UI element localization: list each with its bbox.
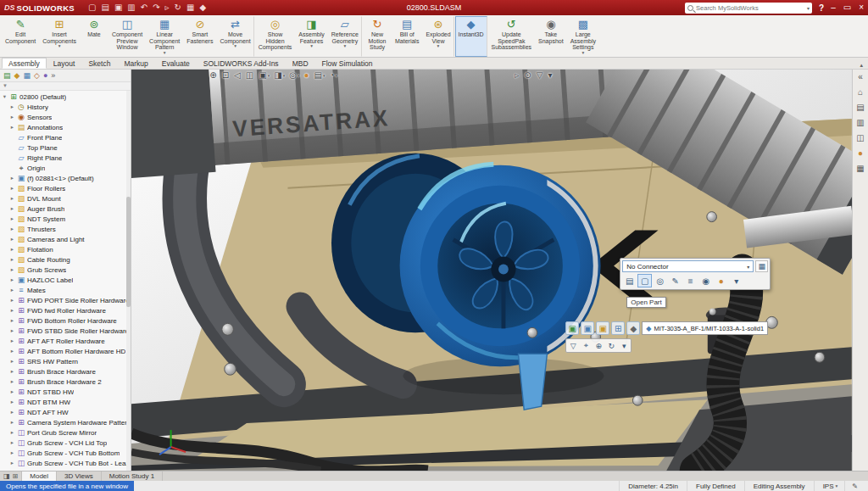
tree-item[interactable]: ▸ ▧ NDT System xyxy=(0,214,131,224)
expand-arrow-icon[interactable]: ▸ xyxy=(9,205,15,212)
open-part-icon[interactable]: ▢ xyxy=(637,274,652,287)
tree-item[interactable]: ▸ ▧ Cameras and Light xyxy=(0,234,131,244)
tree-item[interactable]: ▸ ⊞ SRS HW Pattern xyxy=(0,356,131,366)
help-icon[interactable]: ? xyxy=(819,3,824,13)
expand-arrow-icon[interactable]: ▸ xyxy=(9,307,15,314)
zoom-fit-icon[interactable]: ⊕ xyxy=(209,70,217,81)
expand-arrow-icon[interactable]: ▸ xyxy=(9,460,15,466)
rebuild-icon[interactable]: ↻ xyxy=(175,3,181,12)
tree-filter-bar[interactable]: ▼ xyxy=(0,82,131,91)
ribbon-button[interactable]: ⊘ Smart Fasteners xyxy=(183,16,216,57)
rotate-view-icon[interactable]: ↻ xyxy=(605,340,617,351)
status-dropdown-icon[interactable]: ▾ xyxy=(836,483,838,488)
command-tab[interactable]: SOLIDWORKS Add-Ins xyxy=(197,58,286,69)
tree-item[interactable]: ▸ ◫ Port Grub Screw Mirror xyxy=(0,427,131,438)
expand-arrow-icon[interactable]: ▸ xyxy=(9,226,15,232)
expand-arrow-icon[interactable]: ▸ xyxy=(9,429,15,436)
expand-arrow-icon[interactable]: ▸ xyxy=(9,449,15,456)
expand-arrow-icon[interactable]: ▸ xyxy=(9,114,15,120)
pin-panel-icon[interactable]: ▦ xyxy=(755,260,768,272)
tree-item[interactable]: ▸ ▧ Auger Brush xyxy=(0,204,131,214)
command-tab[interactable]: Assembly xyxy=(2,58,47,69)
ribbon-button[interactable]: ◉ Take Snapshot xyxy=(535,16,567,57)
apply-scene-icon[interactable]: ▤ ▾ xyxy=(314,70,325,81)
expand-arrow-icon[interactable]: ▸ xyxy=(9,246,15,253)
tree-item[interactable]: ▸ ▧ DVL Mount xyxy=(0,193,131,204)
tree-item[interactable]: ▸ ▧ Floor Rollers xyxy=(0,183,131,193)
tree-tabs-overflow-icon[interactable]: » xyxy=(51,72,55,80)
tree-item[interactable]: ▸ ⊞ Brush Brace Hardware 2 xyxy=(0,377,131,387)
redo-icon[interactable]: ↷ xyxy=(153,3,159,12)
ribbon-button[interactable]: ▩ Large Assembly Settings ▾ xyxy=(567,16,599,57)
command-tab[interactable]: Sketch xyxy=(81,58,117,69)
expand-arrow-icon[interactable]: ▸ xyxy=(9,215,15,222)
tree-item[interactable]: ▸ ◫ Grub Screw - VCH Tub Bottom xyxy=(0,448,131,458)
ribbon-button[interactable]: ▦ Linear Component Pattern ▾ xyxy=(146,16,183,57)
expand-arrow-icon[interactable]: ▸ xyxy=(9,338,15,344)
propertymanager-icon[interactable]: ◆ xyxy=(14,72,20,80)
minimize-button[interactable]: – xyxy=(831,3,836,12)
scrollbar-thumb[interactable] xyxy=(126,197,131,307)
tree-item[interactable]: ▱ Right Plane xyxy=(0,153,131,163)
tree-item[interactable]: ▸ ▤ Annotations xyxy=(0,122,131,132)
sheet-icon[interactable]: ◨ xyxy=(3,472,10,480)
tree-item[interactable]: ▱ Top Plane xyxy=(0,142,131,153)
mate-icon[interactable]: ≡ xyxy=(683,274,698,287)
ribbon-button[interactable]: ◆ Instant3D xyxy=(455,16,487,57)
command-tab[interactable]: Markup xyxy=(117,58,154,69)
tree-item[interactable]: ▸ ⊞ NDT STBD HW xyxy=(0,387,131,397)
displaymanager-icon[interactable]: ● xyxy=(43,72,47,80)
view-settings-icon[interactable]: ◔ ▾ xyxy=(329,70,337,81)
file-explorer-icon[interactable]: ▥ xyxy=(856,118,864,127)
hud-more-icon[interactable]: ▾ xyxy=(548,70,553,81)
home-icon[interactable]: ⌂ xyxy=(858,87,863,97)
connector-dropdown[interactable]: No Connector ▾ xyxy=(622,260,754,272)
tree-scrollbar[interactable] xyxy=(126,91,131,471)
selection-filter-icon[interactable]: ▽ xyxy=(567,340,579,351)
expand-arrow-icon[interactable]: ▸ xyxy=(9,348,15,354)
edit-appearance-icon[interactable]: ● xyxy=(303,70,309,81)
ribbon-button[interactable]: ⊛ Exploded View ▾ xyxy=(422,16,453,57)
document-tab[interactable]: Motion Study 1 xyxy=(102,471,163,481)
appearances-icon[interactable]: ● xyxy=(858,148,863,158)
part-breadcrumb-icon[interactable]: ▣ xyxy=(596,321,609,335)
more-options-icon[interactable]: ▾ xyxy=(729,274,743,287)
tree-item[interactable]: ⌖ Origin xyxy=(0,163,131,173)
tree-item[interactable]: ▾ ⊞ 02800 (Default) xyxy=(0,92,131,102)
view-orientation-icon[interactable]: ▣ ▾ xyxy=(259,70,270,81)
tree-item[interactable]: ▸ ⊞ NDT BTM HW xyxy=(0,397,131,407)
ribbon-button[interactable]: ⇄ Move Component ▾ xyxy=(216,16,253,57)
expand-arrow-icon[interactable]: ▸ xyxy=(9,256,15,263)
ribbon-button[interactable]: ◎ Show Hidden Components xyxy=(255,16,296,57)
tree-item[interactable]: ▸ ⊞ FWD fwd Roller Hardware xyxy=(0,305,131,315)
drum-end-housing[interactable] xyxy=(131,70,216,179)
magnify-selection-icon[interactable]: ⊙ xyxy=(524,70,531,81)
expand-arrow-icon[interactable]: ▸ xyxy=(9,409,15,416)
measure-icon[interactable]: ⌖ xyxy=(580,340,592,351)
selection-filter-icon[interactable]: ▽ xyxy=(537,70,544,81)
hide-show-items-icon[interactable]: ◎ ▾ xyxy=(289,70,299,81)
tree-item[interactable]: ▱ Front Plane xyxy=(0,132,131,142)
tree-item[interactable]: ▸ ▧ Flotation xyxy=(0,244,131,254)
tree-item[interactable]: ▸ ◫ Grub Screw - VCH Lid Top xyxy=(0,438,131,448)
configuration-manager-icon[interactable]: ▦ xyxy=(23,72,31,80)
display-style-icon[interactable]: ◨ ▾ xyxy=(274,70,285,81)
appearance-icon[interactable]: ● xyxy=(714,274,728,287)
search-box[interactable]: ▾ xyxy=(685,3,812,14)
expand-arrow-icon[interactable]: ▸ xyxy=(9,236,15,243)
command-tab[interactable]: Layout xyxy=(47,58,82,69)
expand-arrow-icon[interactable]: ▸ xyxy=(9,368,15,375)
selection-tool-icon[interactable]: ▹ xyxy=(515,70,520,81)
expand-arrow-icon[interactable]: ▸ xyxy=(9,297,15,304)
add-motion-study-icon[interactable]: ⊞ xyxy=(13,472,19,480)
search-scope-dropdown-icon[interactable]: ▾ xyxy=(807,5,810,11)
select-arrow-icon[interactable]: ▹ xyxy=(165,3,170,12)
tree-item[interactable]: ▸ ⊞ AFT Bottom Roller Hardware HD xyxy=(0,346,131,356)
previous-view-icon[interactable]: ◁ xyxy=(234,70,242,81)
tree-item[interactable]: ▸ ◫ Grub Screw - VCH Tub Bot - Leaz xyxy=(0,458,131,468)
tree-item[interactable]: ▸ ⊞ FWD STBD Side Roller Hardware xyxy=(0,326,131,336)
isolate-icon[interactable]: ◎ xyxy=(653,274,667,287)
ribbon-button[interactable]: ▤ Bill of Materials xyxy=(392,16,422,57)
tree-item[interactable]: ▸ ⊞ AFT AFT Roller Hardware xyxy=(0,336,131,346)
body-breadcrumb-icon[interactable]: ◆ xyxy=(626,321,640,335)
